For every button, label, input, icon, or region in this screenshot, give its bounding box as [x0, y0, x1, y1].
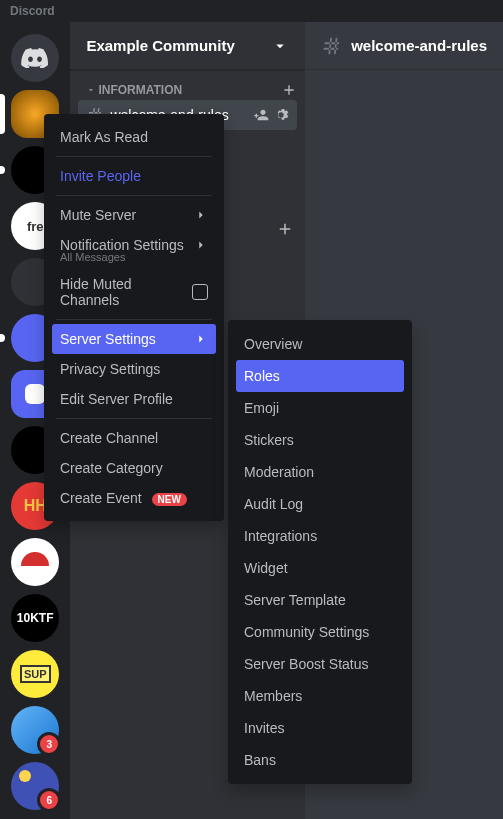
channel-title: welcome-and-rules — [351, 37, 487, 54]
new-badge: NEW — [152, 493, 187, 506]
category-label-text: INFORMATION — [98, 83, 182, 97]
menu-separator — [56, 195, 212, 196]
submenu-server-template[interactable]: Server Template — [236, 584, 404, 616]
menu-hide-muted-channels[interactable]: Hide Muted Channels — [52, 269, 216, 315]
menu-server-settings[interactable]: Server Settings — [52, 324, 216, 354]
menu-separator — [56, 319, 212, 320]
server-icon[interactable] — [11, 538, 59, 586]
submenu-moderation[interactable]: Moderation — [236, 456, 404, 488]
chevron-right-icon — [194, 238, 208, 252]
server-name: Example Community — [86, 37, 234, 54]
server-settings-submenu: Overview Roles Emoji Stickers Moderation… — [228, 320, 412, 784]
submenu-emoji[interactable]: Emoji — [236, 392, 404, 424]
notification-badge: 3 — [37, 732, 61, 756]
hash-icon — [321, 35, 343, 57]
menu-create-category[interactable]: Create Category — [52, 453, 216, 483]
submenu-members[interactable]: Members — [236, 680, 404, 712]
plus-icon — [281, 82, 297, 98]
menu-separator — [56, 156, 212, 157]
submenu-stickers[interactable]: Stickers — [236, 424, 404, 456]
submenu-audit-log[interactable]: Audit Log — [236, 488, 404, 520]
submenu-server-boost-status[interactable]: Server Boost Status — [236, 648, 404, 680]
channel-category[interactable]: INFORMATION — [70, 70, 305, 94]
checkbox-icon — [192, 284, 208, 300]
server-icon[interactable]: 6 — [11, 762, 59, 810]
menu-mark-as-read[interactable]: Mark As Read — [52, 122, 216, 152]
menu-mute-server[interactable]: Mute Server — [52, 200, 216, 230]
chevron-down-icon — [271, 37, 289, 55]
submenu-roles[interactable]: Roles — [236, 360, 404, 392]
menu-notification-subtext: All Messages — [52, 251, 216, 269]
submenu-integrations[interactable]: Integrations — [236, 520, 404, 552]
server-icon[interactable]: 3 — [11, 706, 59, 754]
notification-badge: 6 — [37, 788, 61, 812]
discord-logo-icon — [21, 48, 49, 68]
menu-create-channel[interactable]: Create Channel — [52, 423, 216, 453]
menu-separator — [56, 418, 212, 419]
menu-edit-server-profile[interactable]: Edit Server Profile — [52, 384, 216, 414]
submenu-invites[interactable]: Invites — [236, 712, 404, 744]
create-channel-button-secondary[interactable] — [276, 220, 294, 238]
submenu-community-settings[interactable]: Community Settings — [236, 616, 404, 648]
create-channel-button[interactable] — [281, 82, 297, 98]
chevron-down-icon — [86, 85, 96, 95]
menu-invite-people[interactable]: Invite People — [52, 161, 216, 191]
submenu-overview[interactable]: Overview — [236, 328, 404, 360]
server-icon[interactable]: SUP — [11, 650, 59, 698]
create-invite-icon[interactable] — [253, 107, 269, 123]
plus-icon — [276, 220, 294, 238]
menu-create-event[interactable]: Create Event NEW — [52, 483, 216, 513]
chevron-right-icon — [194, 208, 208, 222]
gear-icon[interactable] — [273, 107, 289, 123]
server-icon[interactable]: 10KTF — [11, 594, 59, 642]
channel-header: welcome-and-rules — [305, 22, 503, 70]
chevron-right-icon — [194, 332, 208, 346]
app-name: Discord — [10, 4, 55, 18]
submenu-bans[interactable]: Bans — [236, 744, 404, 776]
submenu-widget[interactable]: Widget — [236, 552, 404, 584]
home-button[interactable] — [11, 34, 59, 82]
server-context-menu: Mark As Read Invite People Mute Server N… — [44, 114, 224, 521]
server-header-dropdown[interactable]: Example Community — [70, 22, 305, 70]
app-titlebar: Discord — [0, 0, 503, 22]
menu-privacy-settings[interactable]: Privacy Settings — [52, 354, 216, 384]
